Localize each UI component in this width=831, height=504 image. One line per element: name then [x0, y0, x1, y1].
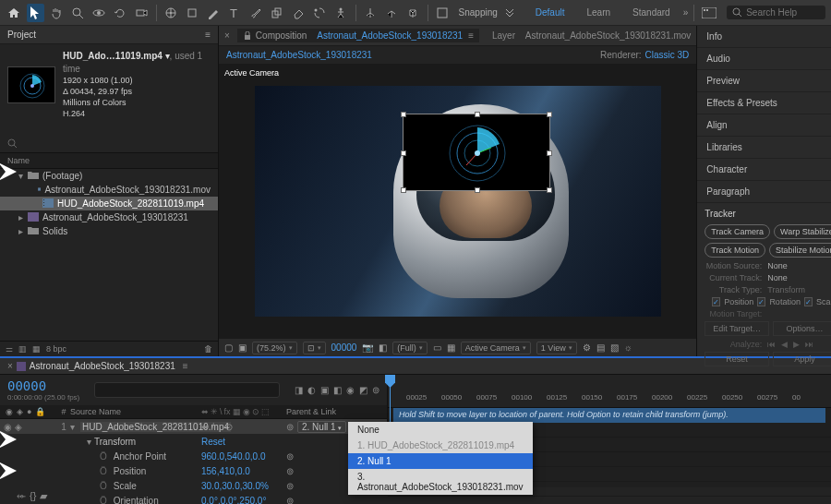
dropdown-item[interactable]: 3. Astronaut_AdobeStock_193018231.mov — [348, 469, 533, 495]
camera-dropdown[interactable]: Active Camera▾ — [461, 342, 531, 354]
renderer-dropdown[interactable]: Classic 3D — [645, 50, 690, 60]
zoom-dropdown[interactable]: (75.2%)▾ — [252, 342, 297, 354]
project-item[interactable]: ▸Solids — [0, 224, 218, 238]
project-item[interactable]: ▸Astronaut_AdobeStock_193018231 — [0, 210, 218, 224]
panel-align[interactable]: Align — [697, 114, 831, 137]
axis-view-icon[interactable] — [404, 4, 422, 22]
orbit-tool-icon[interactable] — [90, 4, 108, 22]
edit-target-button[interactable]: Edit Target… — [705, 321, 769, 336]
axis-local-icon[interactable] — [362, 4, 379, 22]
project-tab[interactable]: Project≡ — [0, 26, 218, 44]
zoom-tool-icon[interactable] — [69, 4, 87, 22]
close-tabs-icon[interactable]: × — [224, 30, 230, 41]
track-motion-button[interactable]: Track Motion — [705, 243, 765, 258]
composition-tab[interactable]: Composition Astronaut_AdobeStock_1930182… — [237, 29, 479, 42]
project-item[interactable]: ▾(Footage) — [0, 169, 218, 183]
comp-mini-icon[interactable]: ◨ — [295, 385, 303, 395]
layer-row[interactable]: ◉◈1▾HUD_AdobeStock_282811019.mp4⬌/⊙⊚2. N… — [0, 419, 387, 434]
dropdown-item[interactable]: 1. HUD_AdobeStock_282811019.mp4 — [348, 438, 533, 453]
layer-search[interactable] — [94, 382, 280, 398]
search-help[interactable] — [727, 6, 825, 19]
options-button[interactable]: Options… — [773, 321, 831, 336]
graph-icon[interactable]: ◩ — [359, 385, 367, 395]
camera-tool-icon[interactable] — [133, 4, 151, 22]
workspace-default[interactable]: Default — [526, 5, 574, 20]
layer-tab[interactable]: Layer Astronaut_AdobeStock_193018231.mov — [487, 29, 696, 42]
resolution-dropdown[interactable]: (Full)▾ — [392, 342, 428, 354]
views-dropdown[interactable]: 1 View▾ — [536, 342, 577, 354]
new-comp-icon[interactable]: ▦ — [32, 344, 41, 354]
toggle-pane-icon[interactable]: ⬰ — [17, 490, 26, 502]
snap-toggle-icon[interactable] — [434, 4, 452, 22]
snapshot-icon[interactable]: 📷 — [362, 342, 373, 353]
project-search-icon[interactable] — [7, 138, 18, 149]
panel-info[interactable]: Info — [697, 26, 831, 48]
property-row[interactable]: ÖAnchor Point960.0,540.0,0.0⊚ — [0, 449, 387, 463]
eraser-tool-icon[interactable] — [290, 4, 307, 22]
workspace-standard[interactable]: Standard — [623, 5, 680, 20]
analyze-back-icon[interactable]: ⏮ — [767, 340, 776, 349]
rotation-checkbox[interactable]: ✓ — [757, 297, 765, 306]
frameblend-icon[interactable]: ◧ — [333, 385, 342, 395]
project-item[interactable]: Astronaut_AdobeStock_193018231.mov — [0, 183, 218, 197]
alpha-icon[interactable]: ▢ — [224, 342, 233, 353]
composition-viewer[interactable]: Active Camera — [219, 65, 696, 338]
motion-source-dropdown[interactable]: None ▾ — [767, 261, 831, 270]
parent-dropdown[interactable]: 2. Null 1 ▾ — [297, 421, 346, 433]
scale-checkbox[interactable]: ✓ — [804, 297, 813, 306]
rotation-tool-icon[interactable] — [112, 4, 129, 22]
timeline-icon[interactable]: ▤ — [596, 342, 605, 353]
reset-button[interactable]: Reset — [705, 352, 769, 366]
home-icon[interactable] — [6, 4, 23, 22]
puppet-tool-icon[interactable] — [332, 4, 350, 22]
clone-tool-icon[interactable] — [269, 4, 286, 22]
workspace-more-icon[interactable]: » — [683, 7, 689, 18]
panbehind-tool-icon[interactable] — [163, 4, 180, 22]
flowchart-icon[interactable]: ▧ — [610, 342, 619, 353]
selection-tool-icon[interactable] — [27, 4, 44, 22]
panel-libraries[interactable]: Libraries — [697, 137, 831, 159]
bpc-toggle[interactable]: 8 bpc — [46, 344, 66, 354]
position-checkbox[interactable]: ✓ — [712, 297, 720, 306]
hand-tool-icon[interactable] — [48, 4, 66, 22]
transform-group[interactable]: ▾ TransformReset — [0, 434, 387, 449]
channel-icon[interactable]: ◧ — [379, 342, 387, 353]
dropdown-item[interactable]: 2. Null 1 — [348, 453, 533, 469]
property-row[interactable]: ÖOrientation0.0°,0.0°,250.0°⊚ — [0, 493, 387, 504]
property-row[interactable]: ÖScale30.0,30.0,30.0%⊚ — [0, 478, 387, 493]
fastpreview-icon[interactable]: ⚙ — [583, 342, 591, 353]
analyze-fw-icon[interactable]: ⏭ — [805, 340, 813, 349]
draft3d-icon[interactable]: ▣ — [320, 385, 329, 395]
snap-options-icon[interactable] — [501, 4, 519, 22]
folder-icon[interactable]: ▥ — [18, 344, 27, 354]
motionblur-icon[interactable]: ◉ — [346, 385, 355, 395]
analyze-stepback-icon[interactable]: ◀ — [781, 340, 788, 349]
panel-audio[interactable]: Audio — [697, 48, 831, 70]
panel-menu-icon[interactable]: ≡ — [205, 30, 211, 40]
current-time[interactable]: 00000 — [331, 342, 357, 353]
trash-icon[interactable]: 🗑 — [204, 344, 212, 354]
hud-layer-overlay[interactable] — [403, 114, 550, 191]
shy-icon[interactable]: ◐ — [307, 385, 316, 395]
panel-paragraph[interactable]: Paragraph — [697, 181, 831, 203]
shape-tool-icon[interactable] — [184, 4, 201, 22]
pen-tool-icon[interactable] — [205, 4, 223, 22]
roto-tool-icon[interactable] — [311, 4, 329, 22]
axis-world-icon[interactable] — [383, 4, 401, 22]
time-ruler[interactable]: 0002500050000750010000125001500017500200… — [388, 375, 831, 408]
analyze-stepfw-icon[interactable]: ▶ — [793, 340, 800, 349]
brace-icon[interactable]: {} — [30, 490, 36, 502]
panel-character[interactable]: Character — [697, 159, 831, 181]
stabilize-motion-button[interactable]: Stabilize Motion — [769, 243, 831, 258]
project-column-header[interactable]: Name — [0, 152, 218, 169]
apply-button[interactable]: Apply — [773, 352, 831, 366]
panel-effects-presets[interactable]: Effects & Presets — [697, 92, 831, 114]
brush-tool-icon[interactable] — [247, 4, 265, 22]
kbshort-icon[interactable] — [700, 4, 717, 22]
mask-icon[interactable]: ▣ — [238, 342, 247, 353]
search-input[interactable] — [746, 7, 820, 18]
property-row[interactable]: ÖPosition156,410,0.0⊚ — [0, 463, 387, 478]
warp-stabilizer-button[interactable]: Warp Stabilizer — [774, 224, 831, 239]
render-icon[interactable]: ▰ — [40, 490, 47, 502]
interpret-icon[interactable]: ⚌ — [6, 344, 13, 354]
